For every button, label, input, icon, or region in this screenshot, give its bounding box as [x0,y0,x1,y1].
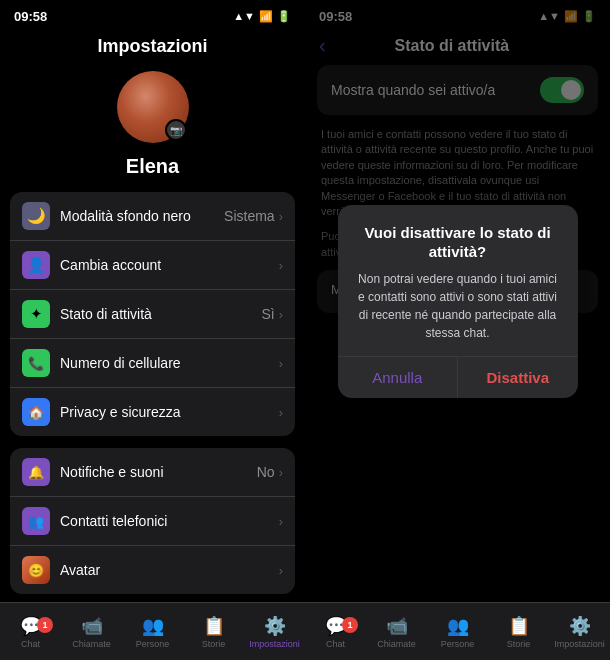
dialog-message: Non potrai vedere quando i tuoi amici e … [356,270,560,342]
settings-section-1: 🌙 Modalità sfondo nero Sistema › 👤 Cambi… [10,192,295,436]
tab-stories[interactable]: 📋 Storie [183,615,244,649]
right-tab-chat[interactable]: 1 💬 Chat [305,615,366,649]
chevron-icon: › [279,514,283,529]
settings-icon: ⚙️ [264,615,286,637]
row-notifications[interactable]: 🔔 Notifiche e suoni No › [10,448,295,497]
right-tab-settings[interactable]: ⚙️ Impostazioni [549,615,610,649]
row-dark-mode[interactable]: 🌙 Modalità sfondo nero Sistema › [10,192,295,241]
row-activity-status[interactable]: ✦ Stato di attività Sì › [10,290,295,339]
chevron-icon: › [279,563,283,578]
notifications-value: No [257,464,275,480]
profile-name: Elena [0,155,305,178]
avatar-container[interactable]: 📷 [117,71,189,143]
dialog-body: Vuoi disattivare lo stato di attività? N… [338,205,578,356]
notifications-label: Notifiche e suoni [60,464,257,480]
dialog-buttons: Annulla Disattiva [338,356,578,398]
avatar-label: Avatar [60,562,279,578]
right-chat-badge: 1 [342,617,358,633]
contacts-icon: 👥 [22,507,50,535]
row-privacy[interactable]: 🏠 Privacy e sicurezza › [10,388,295,436]
right-tab-bar: 1 💬 Chat 📹 Chiamate 👥 Persone 📋 Storie ⚙… [305,602,610,660]
chevron-icon: › [279,405,283,420]
chevron-icon: › [279,258,283,273]
right-calls-icon: 📹 [386,615,408,637]
left-status-bar: 09:58 ▲▼ 📶 🔋 [0,0,305,28]
left-tab-bar: 1 💬 Chat 📹 Chiamate 👥 Persone 📋 Storie ⚙… [0,602,305,660]
avatar-icon: 😊 [22,556,50,584]
chevron-icon: › [279,465,283,480]
wifi-icon: 📶 [259,10,273,23]
row-phone-number[interactable]: 📞 Numero di cellulare › [10,339,295,388]
right-stories-icon: 📋 [508,615,530,637]
dialog-confirm-button[interactable]: Disattiva [458,357,578,398]
dialog-overlay: Vuoi disattivare lo stato di attività? N… [305,0,610,602]
stories-icon: 📋 [203,615,225,637]
right-tab-stories[interactable]: 📋 Storie [488,615,549,649]
dialog-cancel-button[interactable]: Annulla [338,357,459,398]
chat-label: Chat [21,639,40,649]
contacts-label: Contatti telefonici [60,513,279,529]
right-tab-people[interactable]: 👥 Persone [427,615,488,649]
right-settings-icon: ⚙️ [569,615,591,637]
chevron-icon: › [279,209,283,224]
settings-title: Impostazioni [0,36,305,57]
left-panel: 09:58 ▲▼ 📶 🔋 Impostazioni 📷 Elena 🌙 Moda… [0,0,305,660]
row-change-account[interactable]: 👤 Cambia account › [10,241,295,290]
change-account-label: Cambia account [60,257,279,273]
tab-calls[interactable]: 📹 Chiamate [61,615,122,649]
chevron-icon: › [279,307,283,322]
signal-icon: ▲▼ [233,10,255,22]
left-header: Impostazioni 📷 Elena [0,28,305,184]
chat-badge: 1 [37,617,53,633]
notifications-icon: 🔔 [22,458,50,486]
right-stories-label: Storie [507,639,531,649]
activity-status-label: Stato di attività [60,306,261,322]
dark-mode-icon: 🌙 [22,202,50,230]
calls-icon: 📹 [81,615,103,637]
phone-label: Numero di cellulare [60,355,279,371]
activity-status-value: Sì [261,306,274,322]
chevron-icon: › [279,356,283,371]
privacy-label: Privacy e sicurezza [60,404,279,420]
left-time: 09:58 [14,9,47,24]
left-status-icons: ▲▼ 📶 🔋 [233,10,291,23]
tab-settings[interactable]: ⚙️ Impostazioni [244,615,305,649]
settings-label: Impostazioni [249,639,300,649]
settings-section-2: 🔔 Notifiche e suoni No › 👥 Contatti tele… [10,448,295,594]
activity-status-icon: ✦ [22,300,50,328]
tab-chat[interactable]: 1 💬 Chat [0,615,61,649]
row-avatar[interactable]: 😊 Avatar › [10,546,295,594]
right-people-icon: 👥 [447,615,469,637]
people-label: Persone [136,639,170,649]
privacy-icon: 🏠 [22,398,50,426]
phone-icon: 📞 [22,349,50,377]
right-calls-label: Chiamate [377,639,416,649]
dialog-title: Vuoi disattivare lo stato di attività? [356,223,560,262]
row-contacts[interactable]: 👥 Contatti telefonici › [10,497,295,546]
dialog-box: Vuoi disattivare lo stato di attività? N… [338,205,578,398]
right-tab-calls[interactable]: 📹 Chiamate [366,615,427,649]
calls-label: Chiamate [72,639,111,649]
dark-mode-value: Sistema [224,208,275,224]
stories-label: Storie [202,639,226,649]
people-icon: 👥 [142,615,164,637]
right-chat-label: Chat [326,639,345,649]
right-settings-label: Impostazioni [554,639,605,649]
right-panel: 09:58 ▲▼ 📶 🔋 ‹ Stato di attività Mostra … [305,0,610,660]
battery-icon: 🔋 [277,10,291,23]
dark-mode-label: Modalità sfondo nero [60,208,224,224]
change-account-icon: 👤 [22,251,50,279]
right-people-label: Persone [441,639,475,649]
tab-people[interactable]: 👥 Persone [122,615,183,649]
camera-badge-icon[interactable]: 📷 [165,119,187,141]
